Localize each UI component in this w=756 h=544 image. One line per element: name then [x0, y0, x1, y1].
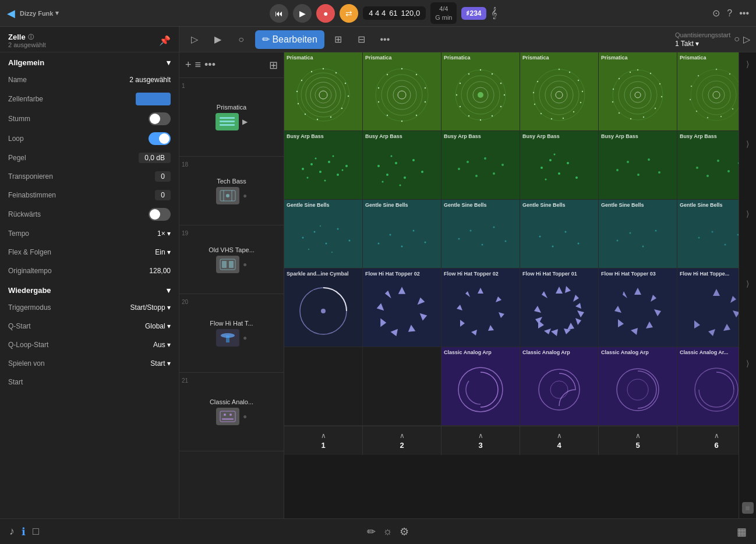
clip-cell[interactable]: Gentle Sine Bells [520, 200, 599, 269]
pencil-icon[interactable]: ✏ [367, 525, 376, 538]
clip-cell[interactable]: Gentle Sine Bells [677, 200, 739, 269]
track-expand-icon[interactable]: ▶ [242, 118, 248, 126]
clip-cell[interactable]: Classic Analog Arp [520, 347, 599, 426]
record-button[interactable]: ● [316, 4, 335, 23]
clip-cell[interactable]: Busy Arp Bass [599, 131, 677, 200]
edge-arrow-classicanalog[interactable]: ⟩ [741, 356, 755, 370]
track-item-techbass[interactable]: 18 Tech Bass ● [179, 157, 284, 225]
clip-cell[interactable]: Gentle Sine Bells [441, 200, 520, 269]
pin-icon[interactable]: 📌 [159, 35, 171, 46]
clip-cell[interactable]: Flow Hi Hat Topper 02 [363, 269, 441, 347]
clip-cell[interactable]: Gentle Sine Bells [363, 200, 441, 269]
clip-cell[interactable]: Busy Arp Bass [363, 131, 441, 200]
track-item-classicanalog[interactable]: 21 Classic Analo... ● [179, 373, 284, 451]
track-item-vhs[interactable]: 19 Old VHS Tape... ● [179, 225, 284, 294]
edit-button[interactable]: ✏ Bearbeiten [255, 30, 324, 49]
more-clip-button[interactable]: ••• [376, 30, 394, 49]
quantize-value[interactable]: 1 Takt ▾ [675, 40, 730, 48]
edge-arrow-vhs[interactable]: ⟩ [741, 207, 755, 221]
clip-cell-empty[interactable] [284, 347, 363, 426]
scene-button-1[interactable]: ∧ 1 [284, 426, 363, 455]
svg-point-87 [635, 92, 641, 98]
clip-cell-empty[interactable] [363, 347, 441, 426]
loop-button[interactable]: ⇄ [340, 4, 358, 23]
edge-square-button[interactable]: ■ [742, 502, 754, 514]
library-icon[interactable]: ♪ [9, 525, 15, 538]
clip-cell[interactable]: Prismatica [284, 52, 363, 131]
tune-icon[interactable]: ☼ [383, 525, 393, 538]
back-button[interactable]: ◀ [7, 7, 15, 20]
clip-cell[interactable]: Busy Arp Bass [520, 131, 599, 200]
scene-button-3[interactable]: ∧ 3 [441, 426, 520, 455]
pegel-value[interactable]: 0,0 dB [139, 153, 171, 163]
track-item-flowhihat[interactable]: 20 Flow Hi Hat T... ● [179, 294, 284, 373]
clip-cell[interactable]: Flow Hi Hat Topper 02 [441, 269, 520, 347]
clip-cell[interactable]: Busy Arp Bass [677, 131, 739, 200]
midi-badge[interactable]: ♯234 [461, 7, 486, 20]
more-icon[interactable]: ••• [739, 8, 749, 19]
svg-point-129 [395, 162, 397, 164]
qstart-value[interactable]: Global ▾ [145, 322, 171, 330]
scene-button-2[interactable]: ∧ 2 [363, 426, 441, 455]
clip-cell[interactable]: Busy Arp Bass [441, 131, 520, 200]
svg-point-77 [563, 118, 564, 119]
scene-button-6[interactable]: ∧ 6 [677, 426, 739, 455]
eq-icon[interactable]: ⚙ [400, 525, 409, 538]
sort-track-icon[interactable]: ≡ [195, 59, 202, 71]
qloopstart-value[interactable]: Aus ▾ [153, 341, 171, 349]
feinabstimmen-value[interactable]: 0 [155, 190, 171, 200]
track-mode-icon[interactable]: ⊞ [269, 59, 278, 72]
clip-cell[interactable]: Prismatica [363, 52, 441, 131]
clip-cell[interactable]: Classic Analog Ar... [677, 347, 739, 426]
piano-icon[interactable]: ▦ [737, 525, 747, 538]
clip-cell[interactable]: Flow Hi Hat Toppe... [677, 269, 739, 347]
clip-cell[interactable]: Busy Arp Bass [284, 131, 363, 200]
transponieren-value[interactable]: 0 [155, 171, 171, 182]
section-wiedergabe[interactable]: Wiedergabe ▾ [0, 280, 179, 298]
flex-value[interactable]: Ein ▾ [155, 248, 171, 256]
clip-cell[interactable]: Gentle Sine Bells [284, 200, 363, 269]
clip-cell[interactable]: Sparkle and...ine Cymbal [284, 269, 363, 347]
spielenvon-value[interactable]: Start ▾ [150, 359, 171, 368]
stumm-toggle[interactable] [149, 112, 171, 125]
edge-arrow-techbass[interactable]: ⟩ [741, 137, 755, 151]
play-scene-button[interactable]: ▶ [209, 30, 227, 49]
color-swatch[interactable] [136, 93, 171, 105]
clip-cell[interactable]: Prismatica [599, 52, 677, 131]
info-icon[interactable]: ℹ [22, 525, 26, 538]
clip-cell[interactable]: Classic Analog Arp [441, 347, 520, 426]
clip-cell[interactable]: Flow Hi Hat Topper 01 [520, 269, 599, 347]
clip-cell[interactable]: Prismatica [520, 52, 599, 131]
svg-point-127 [377, 165, 380, 167]
play-clip-button[interactable]: ▷ [185, 30, 204, 49]
scene-button-5[interactable]: ∧ 5 [599, 426, 677, 455]
track-icon-prismatica [216, 113, 239, 130]
add-track-icon[interactable]: + [185, 59, 192, 71]
rewind-button[interactable]: ⏮ [270, 4, 288, 23]
clip-cell[interactable]: Gentle Sine Bells [599, 200, 677, 269]
edge-arrow-prismatica[interactable]: ⟩ [741, 57, 755, 71]
layout-icon[interactable]: □ [33, 525, 39, 538]
clip-cell[interactable]: Prismatica [441, 52, 520, 131]
copy-button[interactable]: ⊞ [329, 30, 348, 49]
play-button[interactable]: ▶ [293, 4, 312, 23]
svg-point-28 [317, 119, 318, 120]
svg-point-153 [658, 171, 660, 174]
edge-arrow-flowhihat[interactable]: ⟩ [741, 277, 755, 291]
section-allgemein[interactable]: Allgemein ▾ [0, 52, 179, 70]
stop-button[interactable]: ○ [232, 30, 250, 49]
scene-button-4[interactable]: ∧ 4 [520, 426, 599, 455]
svg-point-65 [468, 73, 469, 75]
track-item-prismatica[interactable]: 1 Prismatica ▶ [179, 78, 284, 157]
clip-cell[interactable]: Prismatica [677, 52, 739, 131]
clip-cell[interactable]: Flow Hi Hat Topper 03 [599, 269, 677, 347]
help-icon[interactable]: ? [727, 8, 732, 19]
tempo-value[interactable]: 1× ▾ [157, 229, 171, 238]
triggermodus-value[interactable]: Start/Stopp ▾ [130, 303, 171, 312]
search-icon[interactable]: ⊙ [712, 8, 720, 19]
paste-button[interactable]: ⊟ [352, 30, 371, 49]
loop-toggle[interactable] [149, 132, 171, 145]
rueckwaerts-toggle[interactable] [149, 208, 171, 221]
clip-cell[interactable]: Classic Analog Arp [599, 347, 677, 426]
track-more-icon[interactable]: ••• [204, 59, 216, 71]
